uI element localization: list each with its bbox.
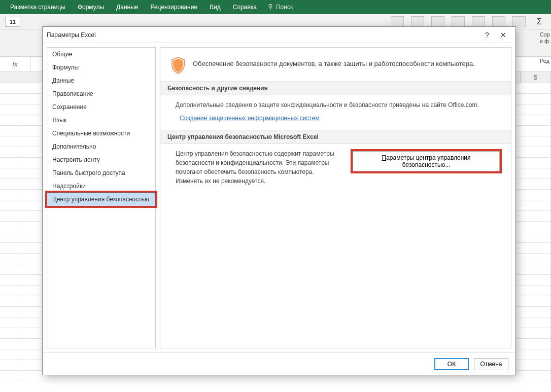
trust-center-settings-button[interactable]: Параметры центра управления безопасность… [353,151,500,171]
ribbon-tabs: Разметка страницы Формулы Данные Рецензи… [0,0,551,14]
sidebar-item-formulas[interactable]: Формулы [47,61,155,74]
sidebar-item-customize-ribbon[interactable]: Настроить ленту [47,153,155,166]
ribbon-tab-formulas[interactable]: Формулы [72,0,110,14]
excel-options-dialog: Параметры Excel ? ✕ Общие Формулы Данные… [42,26,516,375]
column-header[interactable] [18,72,43,83]
ribbon-group-icon[interactable] [492,16,505,27]
sidebar-item-general[interactable]: Общие [47,48,155,61]
sidebar-item-proofing[interactable]: Правописание [47,87,155,100]
section-body-trust-center: Центр управления безопасностью содержит … [160,144,511,193]
sidebar-item-save[interactable]: Сохранение [47,100,155,114]
ribbon-group-icon[interactable] [431,16,444,27]
ribbon-tab-help[interactable]: Справка [227,0,263,14]
annotation-highlight: Центр управления безопасностью [45,191,157,208]
trust-center-description: Центр управления безопасностью содержит … [176,149,341,186]
ribbon-tab-view[interactable]: Вид [203,0,227,14]
dialog-help-button[interactable]: ? [479,27,495,43]
ribbon-right-labels: Сор и ф Ред [540,31,550,64]
ribbon-group-icon[interactable] [411,16,424,27]
ok-button[interactable]: ОК [434,358,469,370]
ribbon-group-icon[interactable] [391,16,404,27]
ribbon-group-icon[interactable] [512,16,526,27]
ribbon-search[interactable]: Поиск [267,3,293,12]
svg-point-0 [269,4,272,7]
section-header-trust-center: Центр управления безопасностью Microsoft… [160,130,511,144]
lightbulb-icon [267,3,274,12]
sidebar-item-quick-access[interactable]: Панель быстрого доступа [47,166,155,180]
ribbon-tab-data[interactable]: Данные [110,0,144,14]
ribbon-group-icon[interactable] [452,16,465,27]
section-body-security-info: Дополнительные сведения о защите конфиде… [160,95,511,130]
sidebar-item-advanced[interactable]: Дополнительно [47,140,155,153]
fx-icon[interactable]: fx [0,57,30,72]
shield-icon [170,57,186,74]
hero-text: Обеспечение безопасности документов, а т… [193,57,475,67]
ribbon-group-icon[interactable] [472,16,485,27]
dialog-close-button[interactable]: ✕ [495,27,511,43]
link-trusted-systems[interactable]: Создание защищенных информационных систе… [180,114,320,123]
hero-row: Обеспечение безопасности документов, а т… [160,48,511,81]
cancel-button[interactable]: Отмена [474,358,508,370]
dialog-titlebar: Параметры Excel ? ✕ [43,27,515,43]
column-header[interactable]: S [521,72,551,83]
security-info-text: Дополнительные сведения о защите конфиде… [176,100,502,110]
sidebar-item-trust-center[interactable]: Центр управления безопасностью [47,193,155,206]
sidebar-item-data[interactable]: Данные [47,74,155,87]
section-header-security-info: Безопасность и другие сведения [160,81,511,95]
font-size-input[interactable]: 11 [5,17,20,27]
autosum-icon[interactable]: Σ [533,16,546,27]
ribbon-search-label: Поиск [276,4,293,11]
annotation-highlight: Параметры центра управления безопасность… [351,149,502,173]
options-sidebar: Общие Формулы Данные Правописание Сохран… [47,47,156,348]
sidebar-item-accessibility[interactable]: Специальные возможности [47,127,155,140]
options-main-panel: Обеспечение безопасности документов, а т… [160,47,511,348]
ribbon-tab-review[interactable]: Рецензирование [144,0,203,14]
dialog-title: Параметры Excel [47,31,479,39]
select-all-corner[interactable] [0,72,18,83]
sidebar-item-language[interactable]: Язык [47,114,155,127]
ribbon-tab-page-layout[interactable]: Разметка страницы [4,0,72,14]
dialog-button-bar: ОК Отмена [43,352,515,375]
